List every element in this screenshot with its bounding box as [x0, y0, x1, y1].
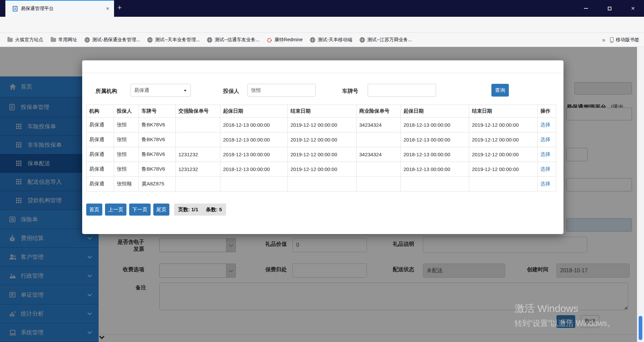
bookmark-item[interactable]: 火狐官方站点 — [7, 37, 43, 43]
select-link[interactable]: 选择 — [540, 166, 550, 172]
browser-toolbar: ← → ⌂ i proxy1.countnet.cn:20806/Login/M… — [0, 17, 644, 33]
cell: 2019-12-12 00:00:00 — [288, 132, 357, 147]
cell: 1231232 — [176, 162, 220, 177]
cell: 易保通 — [87, 147, 114, 162]
select-link[interactable]: 选择 — [540, 136, 550, 142]
window-maximize-button[interactable] — [602, 5, 617, 11]
scrollbar-thumb[interactable] — [639, 316, 642, 340]
policy-table: 机构 投保人 车牌号 交强险保单号 起保日期 结束日期 商业险保单号 起保日期 … — [86, 105, 556, 191]
folder-icon — [51, 38, 56, 42]
cell: 2019-12-12 00:00:00 — [469, 147, 538, 162]
table-row: 易保通张恒鲁BK78V62018-12-13 00:00:002019-12-1… — [87, 118, 556, 132]
cell: 2018-12-13 00:00:00 — [401, 118, 469, 132]
cell: 2018-12-13 00:00:00 — [220, 132, 288, 147]
cell — [357, 177, 401, 191]
cell: 张恒 — [114, 132, 139, 147]
bookmark-item[interactable]: 康特Redmine — [267, 37, 303, 43]
new-tab-button[interactable]: + — [117, 4, 122, 11]
cell: 2019-12-12 00:00:00 — [469, 118, 538, 132]
cell: 2018-12-13 00:00:00 — [220, 118, 288, 132]
tab-close-icon[interactable]: × — [106, 5, 109, 12]
col-header: 起保日期 — [220, 105, 288, 118]
cell: 易保通 — [87, 132, 114, 147]
cell — [176, 118, 220, 132]
table-row: 易保通张恒鲁BK78V612312322018-12-13 00:00:0020… — [87, 162, 556, 177]
plate-input[interactable] — [368, 84, 436, 97]
tab-title: 易保通管理平台 — [21, 6, 91, 12]
pagination-prev-button[interactable]: 上一页 — [105, 204, 126, 216]
search-button[interactable]: 查询 — [491, 84, 509, 97]
cell: 34234324 — [357, 147, 401, 162]
window-close-button[interactable]: × — [625, 5, 641, 11]
bookmark-item[interactable]: 测试--信通车友业务... — [207, 37, 259, 43]
org-select[interactable]: 易保通 — [130, 84, 191, 97]
table-row: 易保通张恒鲁BK78V612312322018-12-13 00:00:0020… — [87, 147, 556, 162]
cell: 鲁BK78V6 — [139, 118, 176, 132]
bookmarks-overflow-chevron[interactable]: » — [602, 36, 605, 44]
cell: 鲁BK78V6 — [139, 162, 176, 177]
col-header: 机构 — [87, 105, 114, 118]
globe-icon — [147, 37, 153, 43]
org-label: 所属机构 — [96, 88, 117, 95]
cell: 2018-12-13 00:00:00 — [220, 162, 288, 177]
cell — [288, 177, 357, 191]
pagination-next-button[interactable]: 下一页 — [129, 204, 151, 216]
bookmark-item[interactable]: 测试-易保通业务管理... — [85, 37, 140, 43]
table-row: 易保通张恒顺冀A8Z875选择 — [87, 177, 556, 191]
col-header: 操作 — [538, 105, 556, 118]
globe-icon — [360, 37, 365, 43]
cell: 1231232 — [176, 147, 220, 162]
count-info-badge: 条数: 5 — [202, 204, 226, 216]
cell: 易保通 — [87, 162, 114, 177]
cell — [357, 132, 401, 147]
cell: 2018-12-13 00:00:00 — [220, 147, 288, 162]
pagination-last-button[interactable]: 尾页 — [153, 204, 169, 216]
col-header: 车牌号 — [139, 105, 176, 118]
bookmark-item[interactable]: 常用网址 — [51, 37, 77, 43]
bookmark-item[interactable]: 测试-天丰移动端 — [310, 37, 352, 43]
table-header-row: 机构 投保人 车牌号 交强险保单号 起保日期 结束日期 商业险保单号 起保日期 … — [87, 105, 556, 118]
folder-icon — [7, 38, 13, 42]
cell — [220, 177, 288, 191]
scrollbar-track[interactable] — [637, 47, 644, 342]
col-header: 交强险保单号 — [176, 105, 220, 118]
cell — [176, 132, 220, 147]
policy-select-modal: 所属机构 易保通 投保人 车牌号 查询 机构 投保人 车牌号 交强险保单号 起保… — [82, 60, 564, 234]
redmine-icon — [267, 37, 272, 43]
col-header: 投保人 — [114, 105, 139, 118]
cell: 2019-12-12 00:00:00 — [288, 118, 357, 132]
cell — [401, 177, 469, 191]
cell: 2018-12-13 00:00:00 — [401, 162, 469, 177]
table-row: 易保通张恒鲁BK78V62018-12-13 00:00:002019-12-1… — [87, 132, 556, 147]
caret-down-icon — [184, 90, 186, 92]
cell: 2019-12-12 00:00:00 — [469, 132, 538, 147]
globe-icon — [85, 37, 90, 43]
window-minimize-button[interactable] — [578, 5, 594, 11]
cell: 易保通 — [87, 118, 114, 132]
cell: 鲁BK78V6 — [139, 132, 176, 147]
page-info-badge: 页数: 1/1 — [174, 204, 202, 216]
mobile-bookmarks-item[interactable]: 移动版书签 — [610, 37, 639, 43]
col-header: 结束日期 — [288, 105, 357, 118]
bookmark-item[interactable]: 测试--江苏万舜业务... — [360, 37, 412, 43]
insured-label: 投保人 — [223, 88, 239, 95]
select-link[interactable]: 选择 — [540, 151, 550, 157]
browser-tab[interactable]: 易保通管理平台 × — [5, 0, 114, 17]
phone-icon — [610, 37, 613, 43]
modal-header — [82, 60, 564, 73]
pagination-first-button[interactable]: 首页 — [86, 204, 102, 216]
insured-input[interactable] — [247, 84, 316, 97]
col-header: 商业险保单号 — [357, 105, 401, 118]
select-link[interactable]: 选择 — [540, 122, 550, 127]
cell — [469, 177, 538, 191]
cell: 张恒 — [114, 147, 139, 162]
cell: 2018-12-13 00:00:00 — [401, 147, 469, 162]
bookmark-item[interactable]: 测试--天丰业务管理... — [147, 37, 200, 43]
cell: 34234324 — [357, 118, 401, 132]
globe-icon — [207, 37, 212, 43]
cell: 张恒 — [114, 118, 139, 132]
cell: 2019-12-12 00:00:00 — [288, 147, 357, 162]
col-header: 结束日期 — [469, 105, 538, 118]
select-link[interactable]: 选择 — [540, 181, 550, 186]
col-header: 起保日期 — [401, 105, 469, 118]
